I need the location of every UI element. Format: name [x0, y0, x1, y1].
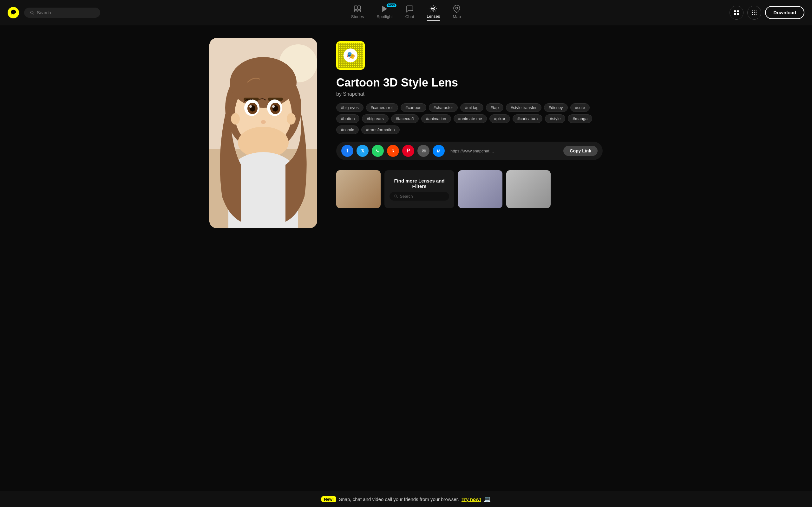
tag-big-ears[interactable]: #big ears — [362, 114, 388, 123]
share-pinterest-button[interactable]: P — [402, 145, 414, 157]
svg-point-0 — [31, 11, 33, 14]
share-whatsapp-button[interactable] — [372, 145, 384, 157]
tag-character[interactable]: #character — [429, 103, 458, 112]
svg-line-1 — [33, 13, 34, 14]
snapchat-logo[interactable] — [8, 7, 19, 18]
svg-point-14 — [752, 10, 753, 11]
share-twitter-button[interactable]: 𝕏 — [357, 145, 368, 157]
nav-left — [8, 7, 100, 18]
search-icon — [30, 10, 34, 15]
tag-cartoon[interactable]: #cartoon — [401, 103, 426, 112]
tag-camera-roll[interactable]: #camera roll — [366, 103, 398, 112]
tag-style[interactable]: #style — [545, 114, 565, 123]
svg-point-29 — [231, 113, 240, 124]
thumbnail-3[interactable] — [458, 170, 502, 208]
nav-item-chat[interactable]: Chat — [405, 5, 414, 20]
thumbnail-4[interactable] — [506, 170, 551, 208]
nav-item-lenses[interactable]: Lenses — [426, 4, 440, 20]
tag-cute[interactable]: #cute — [570, 103, 590, 112]
svg-point-17 — [752, 12, 753, 13]
nav-right: Download — [729, 6, 804, 20]
banner-laptop-icon: 💻 — [484, 496, 491, 503]
download-button[interactable]: Download — [765, 6, 804, 19]
share-link-url: https://www.snapchat.... — [448, 149, 560, 153]
share-facebook-button[interactable]: f — [341, 145, 353, 157]
svg-rect-11 — [737, 10, 739, 12]
nav-item-spotlight[interactable]: NEW Spotlight — [376, 5, 393, 20]
share-messenger-button[interactable]: M — [433, 145, 445, 157]
lens-preview-image — [209, 38, 317, 228]
find-more-title: Find more Lenses and Filters — [390, 178, 449, 189]
main-content: 🎭 Cartoon 3D Style Lens by Snapchat #big… — [184, 25, 628, 241]
svg-rect-12 — [734, 13, 736, 15]
svg-rect-13 — [737, 13, 739, 15]
banner-new-label: New! — [321, 496, 336, 502]
lens-preview — [209, 38, 317, 228]
tag-animate-me[interactable]: #animate me — [454, 114, 487, 123]
chat-label: Chat — [405, 14, 414, 19]
svg-point-20 — [752, 14, 753, 15]
copy-link-button[interactable]: Copy Link — [563, 146, 598, 156]
lenses-label: Lenses — [426, 14, 440, 19]
tag-big-eyes[interactable]: #big eyes — [336, 103, 363, 112]
svg-point-21 — [754, 14, 755, 15]
svg-rect-10 — [734, 10, 736, 12]
svg-point-28 — [230, 57, 297, 108]
tag-disney[interactable]: #disney — [544, 103, 568, 112]
tag-button[interactable]: #button — [336, 114, 359, 123]
svg-point-19 — [756, 12, 757, 13]
banner-try-now-link[interactable]: Try now! — [461, 497, 481, 502]
lens-qr-code: 🎭 — [336, 41, 365, 70]
nav-item-stories[interactable]: Stories — [351, 5, 364, 20]
svg-point-39 — [249, 105, 252, 108]
tag-style-transfer[interactable]: #style transfer — [506, 103, 542, 112]
tag-manga[interactable]: #manga — [568, 114, 592, 123]
banner-text: Snap, chat and video call your friends f… — [339, 497, 459, 502]
search-bar[interactable] — [24, 8, 100, 18]
grid-view-button[interactable] — [729, 6, 744, 20]
svg-line-47 — [397, 197, 398, 198]
share-email-button[interactable]: ✉ — [417, 145, 429, 157]
cartoon-face-svg — [209, 38, 317, 228]
search-input[interactable] — [37, 10, 95, 15]
share-reddit-button[interactable]: R — [387, 145, 399, 157]
svg-point-16 — [756, 10, 757, 11]
svg-rect-5 — [358, 10, 361, 12]
nav-item-map[interactable]: Map — [453, 5, 461, 20]
tags-container: #big eyes #camera roll #cartoon #charact… — [336, 103, 603, 134]
svg-rect-4 — [354, 10, 357, 12]
tag-ml-tag[interactable]: #ml tag — [460, 103, 484, 112]
tag-transformation[interactable]: #transformation — [361, 125, 399, 134]
tag-facecraft[interactable]: #facecraft — [391, 114, 419, 123]
tag-comic[interactable]: #comic — [336, 125, 359, 134]
qr-face-icon: 🎭 — [344, 49, 357, 62]
thumbnail-1[interactable] — [336, 170, 380, 208]
navbar: Stories NEW Spotlight Chat Lenses — [0, 0, 812, 25]
svg-point-9 — [456, 7, 458, 9]
svg-rect-3 — [358, 6, 361, 9]
find-more-search[interactable] — [390, 192, 449, 201]
share-row: f 𝕏 R P ✉ M https://www.snapchat. — [336, 142, 603, 160]
lens-title: Cartoon 3D Style Lens — [336, 76, 603, 89]
tag-animation[interactable]: #animation — [421, 114, 451, 123]
thumbnails-row: Find more Lenses and Filters — [336, 170, 603, 208]
lens-info: 🎭 Cartoon 3D Style Lens by Snapchat #big… — [336, 38, 603, 228]
apps-button[interactable] — [747, 6, 761, 20]
svg-point-41 — [261, 120, 266, 124]
cartoon-face — [209, 38, 317, 228]
tag-pixar[interactable]: #pixar — [490, 114, 510, 123]
nav-center: Stories NEW Spotlight Chat Lenses — [351, 4, 461, 20]
find-more-search-input[interactable] — [400, 194, 445, 199]
tag-caricatura[interactable]: #caricatura — [513, 114, 542, 123]
svg-point-30 — [287, 113, 296, 124]
map-label: Map — [453, 14, 461, 19]
svg-marker-6 — [382, 6, 387, 12]
find-more-search-icon — [394, 194, 398, 199]
svg-point-18 — [754, 12, 755, 13]
svg-rect-2 — [354, 6, 357, 9]
tag-tap[interactable]: #tap — [486, 103, 503, 112]
whatsapp-icon — [374, 148, 381, 154]
spotlight-badge: NEW — [387, 3, 397, 7]
find-more-card: Find more Lenses and Filters — [385, 170, 454, 208]
svg-point-40 — [272, 105, 275, 108]
